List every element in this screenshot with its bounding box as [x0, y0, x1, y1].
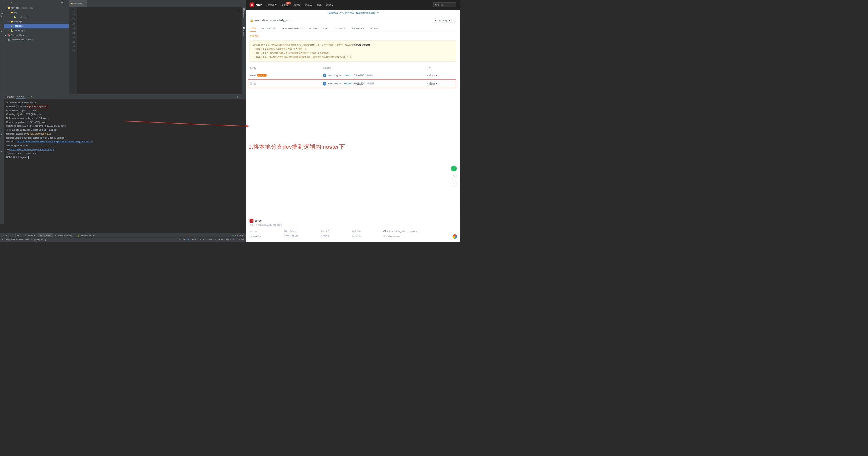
tab-DevOps[interactable]: ∞ DevOps ▾ — [351, 25, 364, 32]
status-theme[interactable]: Darcula — [178, 239, 185, 241]
feedback-button[interactable]: ✎ — [451, 173, 457, 179]
add-terminal-icon[interactable]: + — [28, 96, 29, 98]
footer-link[interactable]: 💬 官方技术交流QQ群：515965326 — [383, 230, 417, 233]
repo-owner[interactable]: www.zhang.com — [255, 19, 276, 22]
structure-tab[interactable]: Structure — [1, 127, 3, 136]
tree-root[interactable]: ▾📁 lufy_api D:\lufei项目\luf… — [4, 5, 69, 10]
sciview-tab[interactable]: 📊 SciView — [242, 26, 245, 37]
project-tree: ▾📁 lufy_api D:\lufei项目\luf… ▾📁log 🐍__ini… — [4, 5, 69, 94]
collapse-icon[interactable]: − — [5, 1, 8, 4]
loading-spinner-icon — [453, 234, 457, 239]
tool-problems[interactable]: ⊘ Problems — [23, 233, 38, 237]
close-icon[interactable]: × — [83, 2, 85, 5]
status-encoding[interactable]: UTF-8 — [207, 239, 212, 241]
footer-link[interactable]: Gitee 封面人物 — [284, 234, 298, 237]
gitee-footer: Ggitee 深圳市奥思网络科技有限公司版权所有 Git 大全Git 命令学习G… — [246, 215, 460, 242]
project-panel: − ⊡ ÷ ⚙ − ▾📁 lufy_api D:\lufei项目\luf… ▾📁… — [4, 0, 69, 94]
status-message: help make Material Theme UI… (today 20:2… — [6, 239, 46, 241]
editor-gutter: 19 20 21 22 23 24 25 26 27 28 — [69, 7, 77, 94]
search-input[interactable]: 🔍 搜开源 — [433, 2, 456, 7]
tree-scratches[interactable]: ◧Scratches and Consoles — [4, 37, 69, 42]
branch-checkbox[interactable] — [250, 83, 252, 85]
commit-tab[interactable]: Commit — [1, 25, 3, 33]
footer-link[interactable]: Gitee Reward — [284, 230, 298, 233]
tree-file-manage[interactable]: ▸🐍manage.py — [4, 28, 69, 33]
status-eol[interactable]: CRLF — [198, 239, 204, 241]
branch-row-master[interactable]: master默认分支Wwww.zhang.co… 89b82d3 "开发者最后"… — [250, 71, 456, 79]
status-position[interactable]: 27:1 — [192, 239, 196, 241]
status-message-icon: ▭ — [2, 239, 3, 241]
tree-file-gitignore[interactable]: ◆.gitignore — [4, 24, 69, 28]
select-opened-icon[interactable]: ⊡ — [9, 1, 12, 4]
section-title: 所有分支 — [250, 35, 456, 38]
project-tab[interactable]: Project — [1, 10, 3, 18]
ide-right-sidebar: 🗄 Database 📊 SciView — [242, 0, 246, 94]
tree-folder-log[interactable]: ▾📁log — [4, 10, 69, 15]
protection-settings-link[interactable]: 保护分支规则设置 — [353, 44, 370, 46]
editor-content[interactable]: ✓ — [77, 7, 242, 94]
tool-todo[interactable]: ≡ TODO — [10, 233, 23, 237]
gear-icon[interactable]: ⚙ — [60, 1, 63, 4]
tree-external-libs[interactable]: ▸📚External Libraries — [4, 33, 69, 37]
branch-table: 分支名 更新信息 状态 master默认分支Wwww.zhang.co… 89b… — [250, 65, 456, 88]
gitee-logo[interactable]: Ggitee — [250, 2, 262, 7]
nav-privatecloud[interactable]: 私有云 — [305, 3, 312, 6]
repo-title: 🔒 www.zhang.com / lufy_api 👁 Watching ▾ … — [250, 19, 456, 23]
database-tab[interactable]: 🗄 Database — [243, 6, 245, 19]
terminal-gear-icon[interactable]: ⚙ — [236, 95, 239, 98]
nav-education[interactable]: 高校版 — [293, 3, 300, 6]
panel-header: − ⊡ ÷ ⚙ − — [4, 0, 69, 5]
favorites-tab[interactable]: Favorites — [1, 143, 3, 153]
tree-file-init[interactable]: 🐍__init__.py — [4, 15, 69, 19]
tool-python-console[interactable]: 🐍 Python Console — [75, 233, 97, 237]
status-python[interactable]: Python 3.6 — [226, 239, 235, 241]
watch-button[interactable]: 👁 Watching ▾ 1 — [433, 19, 456, 23]
annotation-text: 1.将本地分支dev推到远端的master下 — [248, 143, 345, 151]
terminal-dropdown-icon[interactable]: ▾ — [31, 96, 32, 98]
notice-banner[interactable]: 【直播预告】关于开源许可证，你想知道的都在这里 >>> — [246, 10, 460, 16]
inspection-ok-icon: ✓ — [238, 9, 240, 13]
lock-icon: 🔒 — [250, 19, 253, 22]
editor-tab-gitignore[interactable]: ◆ .gitignore × — [69, 0, 87, 7]
branch-row-dev[interactable]: devWwww.zhang.co… 8849d95 "dev分支更改" 2分钟前… — [248, 80, 456, 88]
col-header-name: 分支名 — [250, 67, 323, 70]
footer-link[interactable]: Git 大全 — [250, 230, 261, 233]
nav-opensource[interactable]: 开源软件 — [267, 3, 277, 6]
tool-python-packages[interactable]: ⊞ Python Packages — [53, 233, 75, 237]
status-bar: ▭ help make Material Theme UI… (today 20… — [0, 237, 246, 242]
nav-mine[interactable]: 我的 ▾ — [326, 3, 333, 6]
footer-link[interactable]: ✉ git@oschina.cn — [383, 235, 417, 237]
nav-blog[interactable]: 博客 — [317, 3, 322, 6]
divide-icon[interactable]: ÷ — [14, 1, 17, 4]
tab-Wiki[interactable]: ▤ Wiki — [309, 25, 317, 32]
tool-terminal[interactable]: ▣ Terminal — [38, 233, 53, 237]
help-button[interactable]: ? — [451, 165, 457, 172]
tab-代码[interactable]: 代码 — [250, 25, 256, 32]
tab-Issues[interactable]: ◉ Issues0 — [262, 25, 276, 32]
terminal-tab-local[interactable]: Local × — [16, 95, 25, 99]
tool-window-bar: ⎇ Git≡ TODO⊘ Problems▣ Terminal⊞ Python … — [0, 233, 246, 237]
footer-link[interactable]: 帮助文档 — [321, 234, 330, 237]
tool-git[interactable]: ⎇ Git — [0, 233, 10, 237]
terminal-hide-icon[interactable]: − — [241, 95, 244, 98]
footer-link[interactable]: 关于我们 — [352, 230, 361, 233]
theme-indicator-icon — [188, 239, 189, 240]
col-header-update: 更新信息 — [323, 67, 427, 70]
tab-统计[interactable]: ⫾ 统计 — [323, 25, 330, 32]
share-button[interactable]: ⇪ — [451, 181, 457, 186]
col-header-status: 状态 — [427, 67, 449, 70]
footer-link[interactable]: Git 命令学习 — [250, 235, 261, 238]
status-indent[interactable]: 4 spaces — [215, 239, 223, 241]
footer-link[interactable]: 加入我们 — [352, 235, 361, 238]
footer-link[interactable]: OpenAPI — [321, 230, 330, 233]
tree-folder-lufei[interactable]: ▸📁lufei_api — [4, 19, 69, 24]
status-git-branch[interactable]: ⎇ dev — [238, 239, 244, 241]
terminal-output[interactable]: 1 file changed, 4 insertions(+)D:\lufei项… — [4, 99, 246, 233]
repo-name[interactable]: lufy_api — [279, 19, 290, 22]
hide-icon[interactable]: − — [65, 1, 68, 4]
tab-服务[interactable]: ✦ 服务 — [370, 25, 378, 32]
nav-enterprise[interactable]: 企业版特惠 — [281, 3, 288, 6]
tool-event-log[interactable]: Event Log — [230, 233, 246, 237]
tab-流水线[interactable]: ⟳ 流水线 — [336, 25, 345, 32]
tab-Pull Requests[interactable]: ⥲ Pull Requests0 — [282, 25, 303, 32]
